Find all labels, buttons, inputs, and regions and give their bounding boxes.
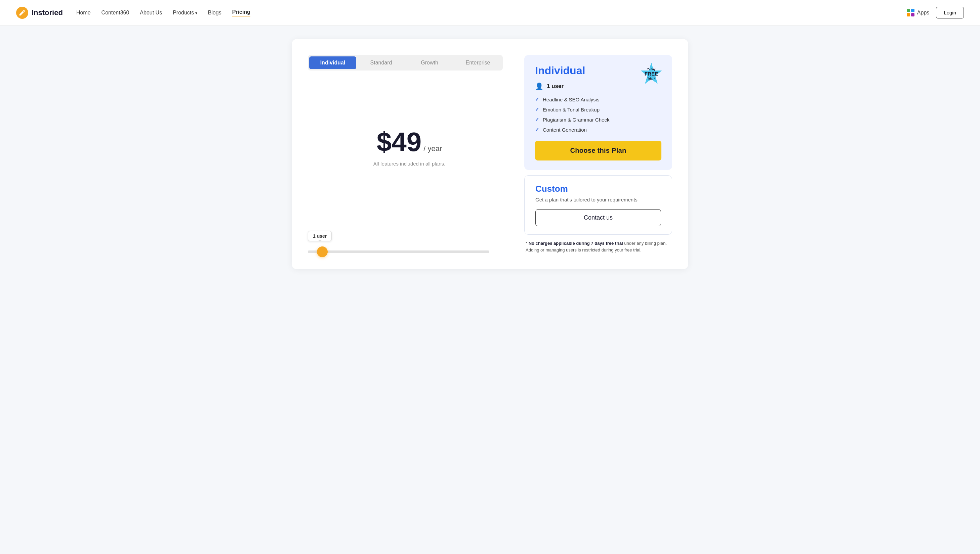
navbar: Instoried Home Content360 About Us Produ… xyxy=(0,0,980,25)
tab-enterprise[interactable]: Enterprise xyxy=(454,56,501,69)
feature-4: ✓ Content Generation xyxy=(535,127,661,133)
feature-label-2: Emotion & Tonal Breakup xyxy=(543,107,600,113)
contact-us-button[interactable]: Contact us xyxy=(535,209,661,226)
apps-dot-2 xyxy=(911,9,915,12)
logo[interactable]: Instoried xyxy=(16,7,63,19)
user-icon: 👤 xyxy=(535,82,543,90)
apps-dot-4 xyxy=(911,13,915,16)
nav-products[interactable]: Products xyxy=(173,10,197,16)
feature-label-3: Plagiarism & Grammar Check xyxy=(543,117,609,123)
logo-icon xyxy=(16,7,28,19)
svg-text:7- day: 7- day xyxy=(647,67,656,71)
nav-right: Apps Login xyxy=(907,7,964,19)
tab-standard[interactable]: Standard xyxy=(358,56,405,69)
tab-individual[interactable]: Individual xyxy=(309,56,356,69)
page-content: Individual Standard Growth Enterprise $4… xyxy=(271,25,709,283)
check-icon-3: ✓ xyxy=(535,116,539,123)
left-panel: Individual Standard Growth Enterprise $4… xyxy=(308,55,511,253)
price-note: All features included in all plans. xyxy=(373,161,445,167)
custom-plan-description: Get a plan that's tailored to your requi… xyxy=(535,197,661,202)
apps-button[interactable]: Apps xyxy=(907,9,929,16)
svg-text:FREE: FREE xyxy=(645,71,658,76)
slider-section: 1 user xyxy=(308,231,511,253)
nav-blogs[interactable]: Blogs xyxy=(208,10,222,16)
feature-1: ✓ Headline & SEO Analysis xyxy=(535,96,661,102)
custom-plan-title: Custom xyxy=(535,184,661,194)
plan-user-label: 1 user xyxy=(547,83,563,90)
tab-growth[interactable]: Growth xyxy=(406,56,453,69)
price-period: / year xyxy=(423,144,442,153)
feature-3: ✓ Plagiarism & Grammar Check xyxy=(535,116,661,123)
disclaimer-bold: No charges applicable during 7 days free… xyxy=(529,241,623,246)
plan-features: ✓ Headline & SEO Analysis ✓ Emotion & To… xyxy=(535,96,661,133)
apps-grid-icon xyxy=(907,9,915,16)
choose-plan-button[interactable]: Choose this Plan xyxy=(535,141,661,161)
slider-tooltip: 1 user xyxy=(308,231,332,241)
free-trial-badge: 7- day FREE Trial * xyxy=(638,62,664,87)
feature-2: ✓ Emotion & Tonal Breakup xyxy=(535,107,661,113)
price-section: $49 / year All features included in all … xyxy=(308,81,511,207)
individual-plan-card: 7- day FREE Trial * Individual 👤 1 user … xyxy=(524,55,672,170)
nav-about-us[interactable]: About Us xyxy=(140,10,162,16)
apps-dot-3 xyxy=(907,13,910,16)
price-amount: $49 xyxy=(377,129,421,156)
nav-pricing[interactable]: Pricing xyxy=(232,9,251,16)
slider-thumb[interactable] xyxy=(317,247,328,257)
slider-wrapper xyxy=(308,250,489,253)
nav-home[interactable]: Home xyxy=(76,10,91,16)
feature-label-4: Content Generation xyxy=(543,127,587,133)
slider-track xyxy=(308,250,489,253)
pricing-container: Individual Standard Growth Enterprise $4… xyxy=(292,39,688,269)
check-icon-4: ✓ xyxy=(535,127,539,133)
svg-text:Trial *: Trial * xyxy=(647,77,655,80)
free-trial-disclaimer: * No charges applicable during 7 days fr… xyxy=(524,240,672,253)
custom-plan-card: Custom Get a plan that's tailored to you… xyxy=(524,175,672,235)
logo-text: Instoried xyxy=(32,8,63,17)
apps-dot-1 xyxy=(907,9,910,12)
right-panel: 7- day FREE Trial * Individual 👤 1 user … xyxy=(524,55,672,253)
price-row: $49 / year xyxy=(377,129,442,156)
nav-links: Home Content360 About Us Products Blogs … xyxy=(76,9,907,16)
apps-label: Apps xyxy=(917,10,929,16)
check-icon-2: ✓ xyxy=(535,107,539,113)
check-icon-1: ✓ xyxy=(535,96,539,102)
plan-tabs: Individual Standard Growth Enterprise xyxy=(308,55,503,70)
login-button[interactable]: Login xyxy=(936,7,964,19)
feature-label-1: Headline & SEO Analysis xyxy=(543,97,599,102)
nav-content360[interactable]: Content360 xyxy=(102,10,129,16)
